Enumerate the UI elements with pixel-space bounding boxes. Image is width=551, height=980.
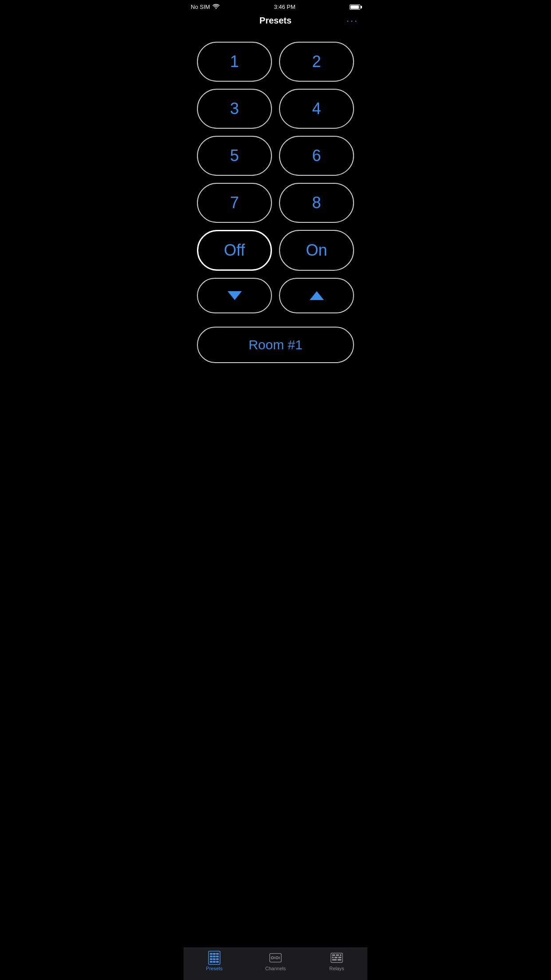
preset-button-2[interactable]: 2 <box>279 42 354 82</box>
main-content: 1 2 3 4 5 6 7 8 Off <box>184 33 367 318</box>
arrow-up-icon <box>310 291 324 300</box>
arrow-down-icon <box>228 291 242 300</box>
status-left: No SIM <box>191 4 220 10</box>
battery-icon <box>350 4 360 10</box>
preset-button-6[interactable]: 6 <box>279 136 354 176</box>
button-grid: 1 2 3 4 5 6 7 8 Off <box>197 42 354 313</box>
page-title: Presets <box>260 16 291 26</box>
preset-button-5[interactable]: 5 <box>197 136 272 176</box>
room-button[interactable]: Room #1 <box>197 327 354 363</box>
preset-button-off[interactable]: Off <box>197 230 272 271</box>
preset-button-7[interactable]: 7 <box>197 183 272 223</box>
preset-button-on[interactable]: On <box>279 230 354 271</box>
more-button[interactable]: ··· <box>346 16 358 26</box>
header: Presets ··· <box>184 12 367 33</box>
preset-button-1[interactable]: 1 <box>197 42 272 82</box>
carrier-text: No SIM <box>191 4 210 10</box>
room-section: Room #1 <box>184 318 367 368</box>
wifi-icon <box>213 4 220 10</box>
status-bar: No SIM 3:46 PM <box>184 0 367 12</box>
preset-button-up[interactable] <box>279 278 354 313</box>
time-display: 3:46 PM <box>274 4 295 10</box>
svg-point-0 <box>216 8 216 9</box>
preset-button-8[interactable]: 8 <box>279 183 354 223</box>
preset-button-3[interactable]: 3 <box>197 89 272 129</box>
preset-button-4[interactable]: 4 <box>279 89 354 129</box>
preset-button-down[interactable] <box>197 278 272 313</box>
